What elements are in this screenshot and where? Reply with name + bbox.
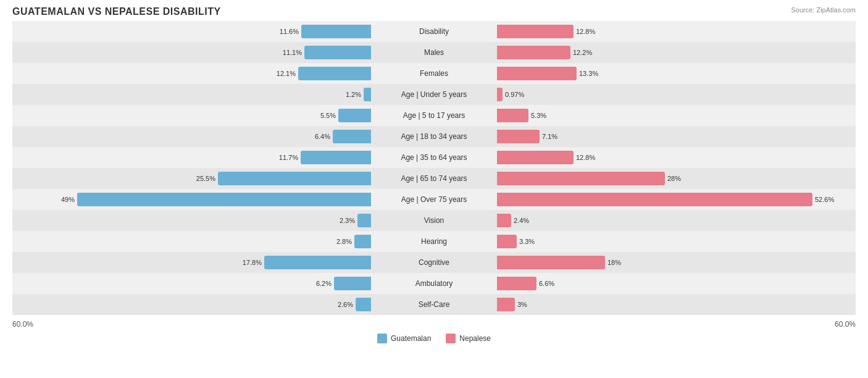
left-bar bbox=[218, 172, 371, 185]
legend-guatemalan: Guatemalan bbox=[377, 334, 431, 343]
left-bar-container: 49% bbox=[12, 189, 372, 210]
axis-left: 60.0% bbox=[12, 320, 372, 329]
left-bar-container: 17.8% bbox=[12, 252, 372, 273]
left-bar bbox=[338, 109, 371, 122]
row-label: Age | 5 to 17 years bbox=[372, 111, 496, 120]
right-bar-container: 7.1% bbox=[496, 126, 856, 147]
left-value: 11.6% bbox=[280, 28, 299, 35]
row-label: Self-Care bbox=[372, 300, 496, 309]
right-value: 28% bbox=[667, 175, 681, 182]
right-bar-container: 3.3% bbox=[496, 231, 856, 252]
left-bar-container: 2.6% bbox=[12, 294, 372, 315]
right-value: 12.8% bbox=[576, 28, 595, 35]
left-bar-container: 2.8% bbox=[12, 231, 372, 252]
chart-row: 25.5%Age | 65 to 74 years28% bbox=[12, 168, 856, 189]
left-bar bbox=[298, 67, 371, 80]
row-label: Disability bbox=[372, 27, 496, 36]
right-bar bbox=[497, 88, 503, 101]
chart-row: 11.6%Disability12.8% bbox=[12, 21, 856, 42]
chart-row: 12.1%Females13.3% bbox=[12, 63, 856, 84]
left-value: 25.5% bbox=[196, 175, 215, 182]
row-label: Vision bbox=[372, 216, 496, 225]
left-bar bbox=[354, 235, 371, 248]
chart-row: 6.2%Ambulatory6.6% bbox=[12, 273, 856, 294]
chart-row: 2.8%Hearing3.3% bbox=[12, 231, 856, 252]
left-bar-container: 6.2% bbox=[12, 273, 372, 294]
right-bar bbox=[497, 277, 536, 290]
right-bar bbox=[497, 235, 517, 248]
right-bar bbox=[497, 172, 665, 185]
right-value: 0.97% bbox=[505, 91, 524, 98]
left-bar-container: 6.4% bbox=[12, 126, 372, 147]
left-bar bbox=[357, 214, 371, 227]
left-value: 11.7% bbox=[279, 154, 298, 161]
left-bar-container: 11.6% bbox=[12, 21, 372, 42]
right-value: 18% bbox=[607, 259, 621, 266]
right-bar bbox=[497, 151, 574, 164]
left-bar-container: 25.5% bbox=[12, 168, 372, 189]
right-bar-container: 12.8% bbox=[496, 21, 856, 42]
axis-right: 60.0% bbox=[496, 320, 856, 329]
right-bar-container: 28% bbox=[496, 168, 856, 189]
chart-row: 49%Age | Over 75 years52.6% bbox=[12, 189, 856, 210]
right-bar bbox=[497, 67, 577, 80]
left-value: 12.1% bbox=[277, 70, 296, 77]
right-bar-container: 18% bbox=[496, 252, 856, 273]
chart-row: 2.3%Vision2.4% bbox=[12, 210, 856, 231]
chart-row: 11.7%Age | 35 to 64 years12.8% bbox=[12, 147, 856, 168]
chart-container: GUATEMALAN VS NEPALESE DISABILITY Source… bbox=[0, 0, 868, 378]
right-value: 13.3% bbox=[579, 70, 598, 77]
chart-row: 2.6%Self-Care3% bbox=[12, 294, 856, 315]
left-bar-container: 11.7% bbox=[12, 147, 372, 168]
right-bar-container: 3% bbox=[496, 294, 856, 315]
left-value: 6.4% bbox=[315, 133, 330, 140]
row-label: Age | Under 5 years bbox=[372, 90, 496, 99]
left-bar-container: 11.1% bbox=[12, 42, 372, 63]
right-bar-container: 12.2% bbox=[496, 42, 856, 63]
left-value: 6.2% bbox=[316, 280, 332, 287]
chart-row: 1.2%Age | Under 5 years0.97% bbox=[12, 84, 856, 105]
left-bar-container: 2.3% bbox=[12, 210, 372, 231]
guatemalan-color bbox=[377, 334, 387, 343]
legend-nepalese: Nepalese bbox=[446, 334, 491, 343]
guatemalan-label: Guatemalan bbox=[391, 334, 431, 343]
nepalese-label: Nepalese bbox=[459, 334, 491, 343]
left-value: 5.5% bbox=[320, 112, 336, 119]
right-bar bbox=[497, 46, 570, 59]
right-value: 7.1% bbox=[542, 133, 557, 140]
row-label: Males bbox=[372, 48, 496, 57]
row-label: Hearing bbox=[372, 237, 496, 246]
right-bar bbox=[497, 25, 574, 38]
row-label: Ambulatory bbox=[372, 279, 496, 288]
right-value: 12.8% bbox=[576, 154, 595, 161]
left-bar bbox=[364, 88, 371, 101]
left-bar bbox=[356, 298, 371, 311]
right-bar-container: 13.3% bbox=[496, 63, 856, 84]
right-value: 6.6% bbox=[539, 280, 554, 287]
right-bar bbox=[497, 193, 812, 206]
right-bar bbox=[497, 298, 515, 311]
left-bar-container: 12.1% bbox=[12, 63, 372, 84]
right-value: 52.6% bbox=[815, 196, 834, 203]
left-value: 2.3% bbox=[340, 217, 355, 224]
row-label: Age | Over 75 years bbox=[372, 195, 496, 204]
legend: Guatemalan Nepalese bbox=[12, 334, 856, 343]
right-bar bbox=[497, 214, 511, 227]
right-bar-container: 6.6% bbox=[496, 273, 856, 294]
chart-title: GUATEMALAN VS NEPALESE DISABILITY bbox=[12, 6, 856, 17]
chart-row: 6.4%Age | 18 to 34 years7.1% bbox=[12, 126, 856, 147]
left-bar bbox=[77, 193, 371, 206]
chart-area: 11.6%Disability12.8%11.1%Males12.2%12.1%… bbox=[12, 21, 856, 315]
nepalese-color bbox=[446, 334, 456, 343]
source-text: Source: ZipAtlas.com bbox=[791, 6, 856, 14]
right-bar-container: 5.3% bbox=[496, 105, 856, 126]
left-bar bbox=[334, 277, 371, 290]
right-value: 5.3% bbox=[531, 112, 546, 119]
left-value: 49% bbox=[61, 196, 75, 203]
right-value: 3.3% bbox=[519, 238, 535, 245]
right-bar-container: 2.4% bbox=[496, 210, 856, 231]
left-value: 2.8% bbox=[336, 238, 352, 245]
right-bar bbox=[497, 130, 540, 143]
left-value: 2.6% bbox=[338, 301, 353, 308]
left-bar-container: 1.2% bbox=[12, 84, 372, 105]
